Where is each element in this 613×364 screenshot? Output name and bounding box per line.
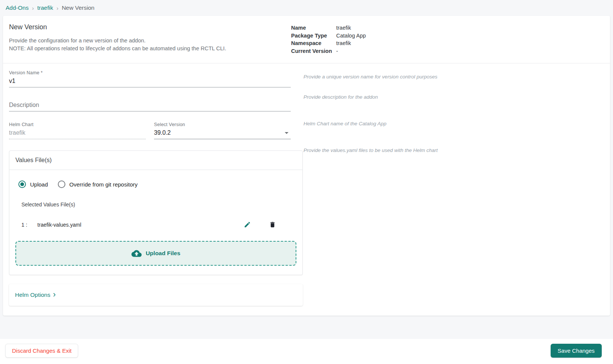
header-description-line1: Provide the configuration for a new vers… (9, 37, 291, 45)
radio-unselected-icon[interactable] (58, 180, 65, 188)
info-value: traefik (336, 39, 351, 47)
save-changes-button[interactable]: Save Changes (551, 344, 602, 358)
radio-option-upload[interactable]: Upload (18, 180, 48, 188)
values-files-helper-text: Provide the values.yaml files to be used… (303, 147, 438, 153)
form-left-column: Version Name * Helm Chart Select Version… (9, 70, 291, 306)
values-source-radio-group: Upload Override from git repository (18, 180, 296, 188)
helm-options-card: Helm Options › (9, 284, 303, 306)
version-name-helper-text: Provide a unique version name for versio… (303, 74, 437, 80)
upload-files-dropzone[interactable]: Upload Files (15, 241, 296, 266)
info-label: Name (291, 24, 336, 32)
select-version-dropdown[interactable]: 39.0.2 (154, 127, 291, 139)
edit-pencil-icon (244, 221, 251, 228)
description-input[interactable] (9, 99, 291, 111)
info-label: Package Type (291, 32, 336, 40)
info-row-package-type: Package Type Catalog App (291, 32, 366, 40)
card-header-left: New Version Provide the configuration fo… (9, 23, 291, 55)
addon-info-panel: Name traefik Package Type Catalog App Na… (291, 23, 366, 55)
select-version-label: Select Version (154, 122, 291, 127)
helm-chart-helper-text: Helm Chart name of the Catalog App (303, 121, 387, 126)
radio-label: Upload (30, 181, 48, 188)
delete-file-button[interactable] (268, 220, 277, 229)
values-file-row: 1 : traefik-values.yaml (21, 220, 296, 229)
radio-selected-icon[interactable] (18, 180, 26, 188)
info-value: - (336, 47, 338, 55)
version-name-label: Version Name * (9, 70, 291, 75)
breadcrumb-link-addons[interactable]: Add-Ons (6, 5, 29, 11)
values-files-card: Values File(s) Upload Override from git … (9, 150, 303, 275)
action-footer: Discard Changes & Exit Save Changes (0, 339, 613, 364)
file-index: 1 : (21, 222, 27, 228)
header-description-line2: NOTE: All operations related to lifecycl… (9, 45, 291, 53)
cloud-upload-icon (131, 248, 142, 259)
discard-changes-button[interactable]: Discard Changes & Exit (5, 344, 78, 358)
chart-version-row: Helm Chart Select Version 39.0.2 (9, 122, 291, 139)
info-row-name: Name traefik (291, 24, 366, 32)
helm-chart-field-group: Helm Chart (9, 122, 146, 139)
values-files-body: Upload Override from git repository Sele… (9, 170, 302, 275)
file-name: traefik-values.yaml (38, 222, 82, 228)
breadcrumb-separator-icon: › (56, 5, 58, 11)
info-row-current-version: Current Version - (291, 47, 366, 55)
delete-trash-icon (269, 221, 276, 228)
page-title: New Version (9, 23, 291, 31)
breadcrumb: Add-Ons › traefik › New Version (0, 0, 613, 16)
info-value: traefik (336, 24, 351, 32)
info-label: Namespace (291, 39, 336, 47)
new-version-card: New Version Provide the configuration fo… (3, 16, 610, 316)
radio-label: Override from git repository (69, 181, 138, 188)
description-helper-text: Provide description for the addon (303, 94, 378, 100)
description-field-group (9, 99, 291, 111)
info-label: Current Version (291, 47, 336, 55)
new-version-form: Version Name * Helm Chart Select Version… (3, 63, 610, 316)
helm-options-link[interactable]: Helm Options › (15, 292, 56, 298)
chevron-right-icon: › (53, 292, 56, 298)
breadcrumb-link-traefik[interactable]: traefik (37, 5, 53, 11)
helm-chart-input (9, 127, 146, 139)
select-version-field-group: Select Version 39.0.2 (154, 122, 291, 139)
upload-files-label: Upload Files (146, 250, 180, 257)
edit-file-button[interactable] (243, 220, 252, 229)
chevron-down-icon (285, 132, 288, 134)
select-version-value: 39.0.2 (154, 129, 285, 136)
helm-options-label: Helm Options (15, 292, 50, 298)
version-name-field-group: Version Name * (9, 70, 291, 87)
values-files-title: Values File(s) (9, 151, 302, 170)
info-value: Catalog App (336, 32, 366, 40)
version-name-input[interactable] (9, 75, 291, 87)
radio-option-override-git[interactable]: Override from git repository (58, 180, 138, 188)
card-header: New Version Provide the configuration fo… (3, 16, 610, 63)
breadcrumb-current-page: New Version (62, 5, 94, 11)
info-row-namespace: Namespace traefik (291, 39, 366, 47)
breadcrumb-separator-icon: › (32, 5, 34, 11)
helm-chart-label: Helm Chart (9, 122, 146, 127)
selected-values-files-label: Selected Values File(s) (21, 202, 296, 208)
file-actions (243, 220, 277, 229)
